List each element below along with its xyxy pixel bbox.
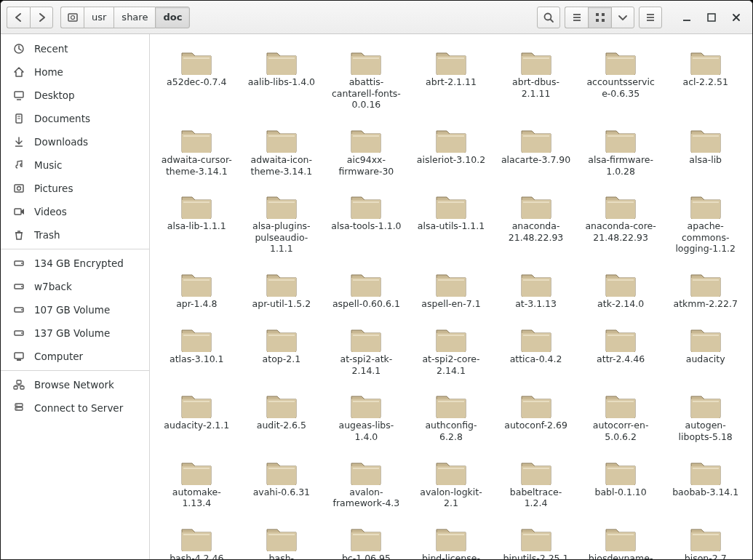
folder-item[interactable]: bash- [241, 519, 323, 559]
folder-item[interactable]: alsa-lib [664, 121, 746, 184]
sidebar-item-downloads[interactable]: Downloads [1, 130, 149, 153]
folder-item[interactable]: anaconda-21.48.22.93 [495, 187, 577, 262]
sidebar-item-connect-to-server[interactable]: Connect to Server [1, 396, 149, 420]
folder-item[interactable]: aic94xx-firmware-30 [325, 121, 407, 184]
folder-item[interactable]: autoconf-2.69 [495, 386, 577, 449]
sidebar-item-trash[interactable]: Trash [1, 223, 149, 247]
grid-view-button[interactable] [588, 7, 611, 28]
folder-label: augeas-libs-1.4.0 [330, 420, 402, 442]
folder-icon [434, 46, 469, 75]
list-view-button[interactable] [565, 7, 588, 28]
titlebar: usrsharedoc [1, 1, 752, 34]
folder-item[interactable]: at-spi2-core-2.14.1 [410, 320, 493, 383]
sidebar-item-videos[interactable]: Videos [1, 200, 149, 223]
folder-item[interactable]: alsa-firmware-1.0.28 [580, 121, 662, 184]
folder-item[interactable]: attica-0.4.2 [495, 320, 577, 383]
folder-item[interactable]: avahi-0.6.31 [241, 453, 323, 516]
folder-item[interactable]: at-spi2-atk-2.14.1 [325, 320, 407, 383]
folder-item[interactable]: at-3.1.13 [495, 265, 577, 317]
breadcrumb-root[interactable] [60, 7, 84, 28]
folder-item[interactable]: avalon-logkit-2.1 [410, 453, 493, 516]
forward-button[interactable] [30, 7, 53, 28]
folder-item[interactable]: abattis-cantarell-fonts-0.0.16 [325, 43, 407, 118]
maximize-button[interactable] [701, 8, 722, 27]
folder-icon [519, 389, 554, 418]
sidebar-item-music[interactable]: Music [1, 153, 149, 177]
breadcrumb-segment-share[interactable]: share [113, 7, 155, 28]
sidebar-item-computer[interactable]: Computer [1, 345, 149, 368]
folder-item[interactable]: bison-2.7 [664, 519, 746, 559]
folder-item[interactable]: alsa-tools-1.1.0 [325, 187, 407, 262]
folder-item[interactable]: avalon-framework-4.3 [325, 453, 407, 516]
folder-item[interactable]: adwaita-cursor-theme-3.14.1 [156, 121, 238, 184]
folder-item[interactable]: a52dec-0.7.4 [156, 43, 238, 118]
folder-item[interactable]: atk-2.14.0 [580, 265, 662, 317]
folder-item[interactable]: atlas-3.10.1 [156, 320, 238, 383]
folder-item[interactable]: alsa-lib-1.1.1 [156, 187, 238, 262]
folder-item[interactable]: adwaita-icon-theme-3.14.1 [241, 121, 323, 184]
minimize-button[interactable] [677, 8, 697, 27]
folder-item[interactable]: aalib-libs-1.4.0 [241, 43, 323, 118]
folder-label: attr-2.4.46 [597, 353, 645, 365]
sidebar-item-137-gb-volume[interactable]: 137 GB Volume [1, 321, 149, 345]
sidebar-item-desktop[interactable]: Desktop [1, 84, 149, 107]
folder-item[interactable]: anaconda-core-21.48.22.93 [580, 187, 662, 262]
folder-item[interactable]: apr-util-1.5.2 [241, 265, 323, 317]
folder-item[interactable]: apr-1.4.8 [156, 265, 238, 317]
folder-item[interactable]: alacarte-3.7.90 [495, 121, 577, 184]
folder-item[interactable]: bind-license- [410, 519, 493, 559]
view-options-button[interactable] [611, 7, 634, 28]
hamburger-menu-button[interactable] [639, 7, 662, 28]
folder-item[interactable]: abrt-2.1.11 [410, 43, 493, 118]
folder-item[interactable]: babl-0.1.10 [580, 453, 662, 516]
folder-item[interactable]: bc-1.06.95 [325, 519, 407, 559]
folder-label: avalon-framework-4.3 [330, 487, 402, 509]
folder-item[interactable]: autocorr-en-5.0.6.2 [580, 386, 662, 449]
back-button[interactable] [7, 7, 30, 28]
breadcrumb-segment-doc[interactable]: doc [155, 7, 190, 28]
folder-item[interactable]: audit-2.6.5 [241, 386, 323, 449]
sidebar-item-documents[interactable]: Documents [1, 107, 149, 130]
folder-item[interactable]: alsa-plugins-pulseaudio-1.1.1 [241, 187, 323, 262]
folder-label: apr-util-1.5.2 [252, 298, 311, 310]
folder-item[interactable]: audacity [664, 320, 746, 383]
breadcrumb-segment-usr[interactable]: usr [84, 7, 113, 28]
folder-item[interactable]: baobab-3.14.1 [664, 453, 746, 516]
sidebar-item-134-gb-encrypted[interactable]: 134 GB Encrypted [1, 252, 149, 275]
sidebar-item-w7back[interactable]: w7back [1, 275, 149, 298]
folder-item[interactable]: audacity-2.1.1 [156, 386, 238, 449]
folder-item[interactable]: apache-commons-logging-1.1.2 [664, 187, 746, 262]
sidebar-item-pictures[interactable]: Pictures [1, 177, 149, 200]
folder-item[interactable]: authconfig-6.2.8 [410, 386, 493, 449]
sidebar-item-home[interactable]: Home [1, 60, 149, 84]
folder-item[interactable]: automake-1.13.4 [156, 453, 238, 516]
folder-icon [348, 124, 383, 153]
folder-item[interactable]: biosdevname- [580, 519, 662, 559]
search-button[interactable] [537, 7, 560, 28]
view-mode-group [565, 7, 634, 28]
close-button[interactable] [726, 8, 746, 27]
folder-item[interactable]: augeas-libs-1.4.0 [325, 386, 407, 449]
sidebar-item-recent[interactable]: Recent [1, 37, 149, 60]
folder-item[interactable]: aspell-en-7.1 [410, 265, 493, 317]
folder-item[interactable]: binutils-2.25.1 [495, 519, 577, 559]
folder-item[interactable]: acl-2.2.51 [664, 43, 746, 118]
folder-label: atkmm-2.22.7 [673, 298, 737, 310]
folder-label: autogen-libopts-5.18 [669, 420, 742, 442]
folder-icon [688, 389, 723, 418]
folder-item[interactable]: autogen-libopts-5.18 [664, 386, 746, 449]
folder-item[interactable]: attr-2.4.46 [580, 320, 662, 383]
folder-item[interactable]: babeltrace-1.2.4 [495, 453, 577, 516]
folder-item[interactable]: abrt-dbus-2.1.11 [495, 43, 577, 118]
folder-item[interactable]: aisleriot-3.10.2 [410, 121, 493, 184]
folder-item[interactable]: accountsservice-0.6.35 [580, 43, 662, 118]
folder-item[interactable]: atop-2.1 [241, 320, 323, 383]
content-area[interactable]: a52dec-0.7.4aalib-libs-1.4.0abattis-cant… [150, 34, 752, 559]
folder-item[interactable]: atkmm-2.22.7 [664, 265, 746, 317]
sidebar-item-browse-network[interactable]: Browse Network [1, 373, 149, 396]
sidebar-item-107-gb-volume[interactable]: 107 GB Volume [1, 298, 149, 321]
folder-item[interactable]: aspell-0.60.6.1 [325, 265, 407, 317]
sidebar-item-label: 137 GB Volume [34, 327, 110, 339]
folder-item[interactable]: bash-4.2.46 [156, 519, 238, 559]
folder-item[interactable]: alsa-utils-1.1.1 [410, 187, 493, 262]
